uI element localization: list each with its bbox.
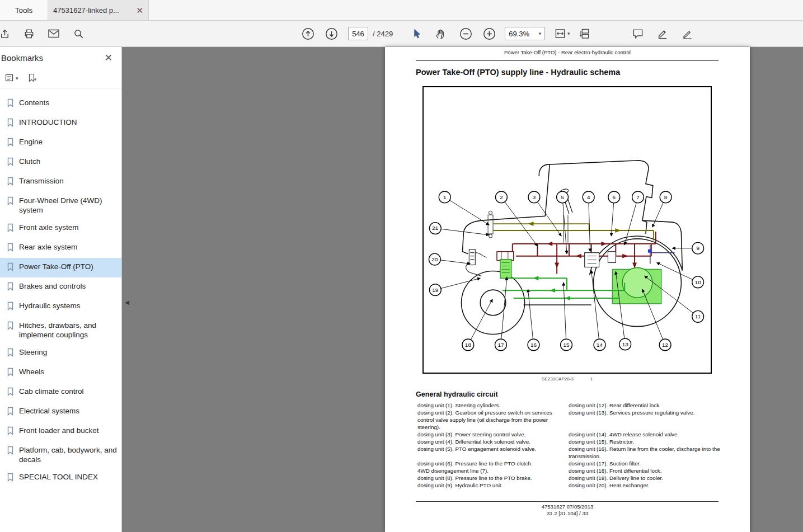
legend-item: dosing unit (1). Steering cylinders. [417, 402, 564, 409]
zoom-in-button[interactable] [480, 25, 498, 43]
close-icon[interactable]: ✕ [136, 6, 143, 15]
sidebar-item[interactable]: Cab climate control [0, 383, 121, 402]
sign-button[interactable] [678, 25, 696, 43]
previous-page-button[interactable] [299, 25, 317, 43]
sidebar-item[interactable]: Engine [0, 133, 121, 153]
figure-code: SEZ31CAP20-3 [542, 376, 574, 382]
bookmark-icon [7, 98, 14, 110]
page-title: Power Take-Off (PTO) supply line - Hydra… [416, 68, 620, 77]
sidebar-item[interactable]: Hydraulic systems [0, 297, 121, 317]
callout-18: 18 [462, 299, 492, 351]
sidebar-item[interactable]: Wheels [0, 363, 121, 383]
sidebar-item-label: Front loader and bucket [19, 426, 99, 435]
legend-item: dosing unit (17). Suction filter. [569, 460, 721, 467]
callout-1: 1 [439, 191, 489, 225]
svg-text:3: 3 [533, 194, 536, 200]
legend-item: dosing unit (2). Gearbox oil pressure sw… [417, 409, 564, 431]
sidebar-item[interactable]: SPECIAL TOOL INDEX [0, 468, 121, 488]
tab-document[interactable]: 47531627-linked p... ✕ [48, 0, 149, 20]
svg-text:16: 16 [530, 342, 537, 348]
sidebar-item[interactable]: Hitches, drawbars, and implement couplin… [0, 317, 121, 343]
tab-bar: Tools 47531627-linked p... ✕ [0, 0, 803, 21]
bookmark-icon [7, 223, 14, 234]
svg-text:2: 2 [500, 194, 503, 200]
svg-text:20: 20 [431, 256, 438, 262]
bookmark-icon [7, 137, 14, 149]
sidebar-item[interactable]: Electrical systems [0, 402, 121, 422]
sidebar-item[interactable]: Power Take-Off (PTO) [0, 258, 121, 277]
svg-text:13: 13 [622, 341, 629, 347]
bookmarks-panel: Bookmarks ✕ ▾ ContentsINTRODUCTIONEngine… [0, 47, 122, 532]
bookmark-icon [7, 176, 14, 188]
sidebar-item[interactable]: Rear axle system [0, 238, 121, 258]
sidebar-item-label: Clutch [19, 157, 40, 166]
sidebar-item[interactable]: Steering [0, 343, 121, 363]
sidebar-item-label: Hydraulic systems [19, 301, 81, 310]
bookmarks-panel-title: Bookmarks [1, 53, 43, 63]
section-heading: General hydraulic circuit [416, 390, 498, 398]
svg-text:11: 11 [695, 313, 701, 319]
main-toolbar: / 2429 69.3% ▾ ▾ [0, 21, 803, 47]
sidebar-item[interactable]: Four-Wheel Drive (4WD) system [0, 192, 121, 219]
highlight-button[interactable] [654, 25, 671, 43]
sidebar-item-label: Steering [19, 347, 47, 357]
sidebar-item[interactable]: INTRODUCTION [0, 114, 121, 133]
bookmark-icon [7, 117, 14, 129]
new-bookmark-button[interactable] [26, 72, 39, 84]
select-tool-button[interactable] [407, 25, 425, 43]
email-button[interactable] [45, 25, 63, 43]
page-number-input[interactable] [348, 27, 368, 40]
close-icon[interactable]: ✕ [105, 53, 112, 63]
legend-spacer [569, 423, 721, 431]
sidebar-item[interactable]: Platform, cab, bodywork, and decals [0, 441, 121, 468]
svg-text:9: 9 [696, 245, 699, 251]
share-button[interactable] [0, 25, 13, 43]
sidebar-item-label: Contents [19, 98, 49, 107]
sidebar-item[interactable]: Brakes and controls [0, 277, 121, 297]
bookmark-icon [7, 242, 14, 254]
legend-item: dosing unit (18). Front differential loc… [569, 467, 721, 474]
suction-filter [500, 260, 511, 279]
chevron-down-icon: ▾ [567, 31, 570, 36]
sidebar-item-label: Brakes and controls [19, 281, 86, 291]
sidebar-item-label: Rear axle system [19, 242, 77, 252]
legend-item: dosing unit (15). Restrictor. [569, 438, 721, 445]
chevron-down-icon: ▾ [539, 31, 542, 36]
pdf-page: Power Take-Off (PTO) - Rear electro-hydr… [385, 47, 750, 532]
svg-text:4: 4 [587, 194, 590, 200]
svg-text:19: 19 [432, 287, 439, 293]
callout-20: 20 [429, 253, 470, 265]
sidebar-item-label: Transmission [19, 176, 64, 186]
hand-tool-button[interactable] [431, 25, 449, 43]
svg-text:12: 12 [662, 342, 669, 348]
sidebar-item[interactable]: Contents [0, 94, 121, 114]
sidebar-item[interactable]: Clutch [0, 153, 121, 172]
print-button[interactable] [20, 25, 38, 43]
sidebar-item[interactable]: Transmission [0, 172, 121, 192]
callout-15: 15 [561, 283, 572, 351]
zoom-out-button[interactable] [457, 25, 475, 43]
svg-text:6: 6 [613, 194, 616, 200]
callout-19: 19 [429, 278, 480, 295]
bookmark-options-button[interactable]: ▾ [3, 72, 20, 84]
bookmark-icon [7, 387, 14, 398]
bookmark-icon [7, 367, 14, 379]
figure-number: 1 [590, 376, 593, 382]
sidebar-item-label: Cab climate control [19, 387, 84, 396]
sidebar-item[interactable]: Front axle system [0, 219, 121, 238]
zoom-level-select[interactable]: 69.3% ▾ [505, 27, 545, 40]
bookmark-icon [7, 321, 14, 332]
legend-item: dosing unit (20). Heat exchanger. [569, 482, 721, 489]
sidebar-item-label: Wheels [19, 367, 44, 376]
sidebar-item[interactable]: Front loader and bucket [0, 422, 121, 441]
document-viewport[interactable]: Power Take-Off (PTO) - Rear electro-hydr… [123, 47, 803, 532]
sidebar-item-label: Electrical systems [19, 406, 79, 416]
callout-17: 17 [495, 277, 507, 350]
page-scrolling-button[interactable] [576, 25, 594, 43]
tab-tools[interactable]: Tools [0, 0, 48, 20]
next-page-button[interactable] [322, 25, 340, 43]
comment-button[interactable] [629, 25, 647, 43]
fit-width-button[interactable]: ▾ [553, 25, 571, 43]
search-icon[interactable] [69, 25, 87, 43]
sidebar-item-label: Engine [19, 137, 43, 147]
